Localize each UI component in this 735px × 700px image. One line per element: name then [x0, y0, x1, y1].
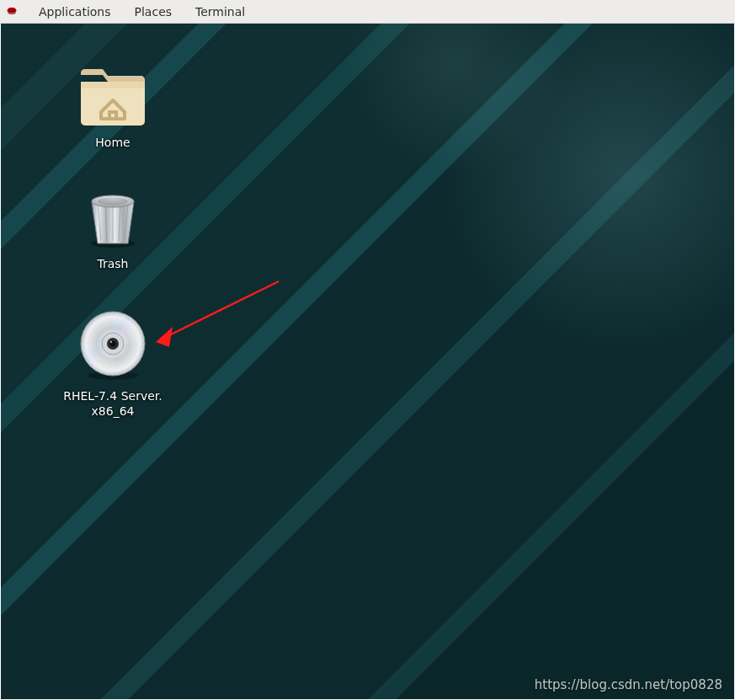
- redhat-logo-icon: [5, 5, 19, 19]
- svg-rect-4: [81, 82, 145, 88]
- trash-icon: [77, 190, 148, 250]
- top-menubar: Applications Places Terminal: [0, 0, 735, 24]
- desktop-icon-rhel-disc[interactable]: RHEL-7.4 Server. x86_64: [54, 310, 172, 419]
- desktop-icon-label: RHEL-7.4 Server. x86_64: [60, 387, 166, 419]
- desktop-icon-trash[interactable]: Trash: [54, 190, 172, 272]
- menu-terminal[interactable]: Terminal: [184, 0, 257, 24]
- desktop-area[interactable]: Home: [1, 24, 734, 699]
- svg-rect-2: [8, 10, 16, 12]
- menu-applications[interactable]: Applications: [27, 0, 123, 24]
- svg-line-20: [162, 281, 279, 339]
- home-folder-icon: [77, 63, 148, 129]
- svg-point-13: [98, 198, 128, 206]
- desktop-icon-label: Home: [92, 134, 133, 151]
- optical-disc-icon: [77, 310, 149, 382]
- desktop-icon-home[interactable]: Home: [54, 63, 172, 151]
- svg-point-19: [110, 341, 112, 343]
- watermark-text: https://blog.csdn.net/top0828: [535, 677, 722, 692]
- menu-places[interactable]: Places: [123, 0, 184, 24]
- desktop-icon-label: Trash: [94, 255, 132, 272]
